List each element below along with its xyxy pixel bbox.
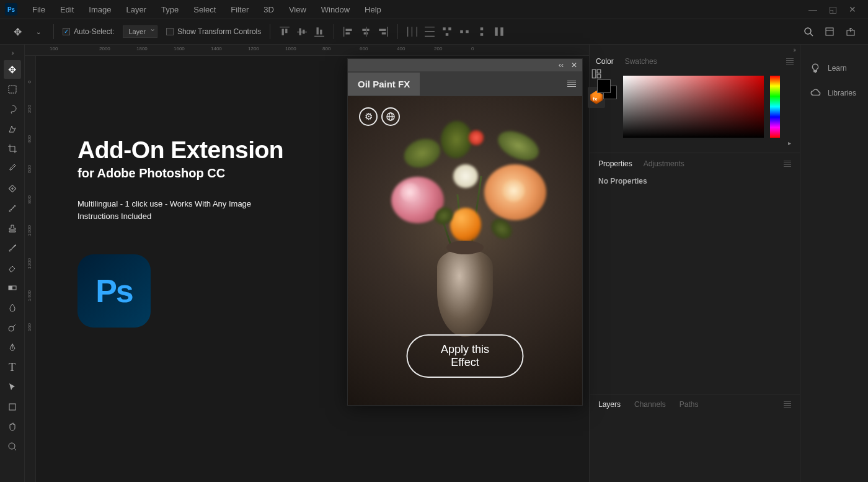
menu-file[interactable]: File: [25, 5, 53, 14]
eraser-tool[interactable]: [4, 259, 21, 277]
tab-paths[interactable]: Paths: [680, 400, 699, 409]
menu-window[interactable]: Window: [314, 5, 357, 14]
distribute-3-icon[interactable]: [441, 26, 453, 37]
no-properties-label: No Properties: [598, 177, 791, 185]
tab-adjustments[interactable]: Adjustments: [644, 159, 684, 168]
layers-panel: Layers Channels Paths: [590, 395, 800, 414]
panel-collapse-icon[interactable]: ››: [590, 45, 800, 53]
stamp-tool[interactable]: [4, 219, 21, 238]
search-icon[interactable]: [802, 25, 815, 38]
show-transform-checkbox[interactable]: Show Transform Controls: [166, 27, 261, 36]
show-transform-label: Show Transform Controls: [177, 27, 261, 36]
ruler-tick: 100: [50, 46, 58, 51]
lasso-tool[interactable]: [4, 100, 21, 118]
ruler-tick: 400: [397, 46, 405, 51]
type-tool[interactable]: T: [4, 358, 21, 377]
history-brush-tool[interactable]: [4, 239, 21, 257]
align-left-icon[interactable]: [343, 26, 354, 37]
menu-help[interactable]: Help: [357, 5, 389, 14]
ruler-horizontal[interactable]: 100 2000 1800 1600 1400 1200 1000 800 60…: [25, 45, 589, 56]
distribute-5-icon[interactable]: [476, 26, 487, 37]
auto-select-checkbox[interactable]: Auto-Select:: [63, 27, 114, 36]
svg-rect-8: [9, 286, 12, 290]
ruler-tick: 1600: [174, 46, 185, 51]
libraries-panel-button[interactable]: Libraries: [800, 81, 868, 105]
menu-image[interactable]: Image: [81, 5, 118, 14]
color-field[interactable]: [623, 76, 764, 138]
chevron-down-icon[interactable]: ⌄: [32, 25, 45, 38]
panel-menu-icon[interactable]: [784, 161, 791, 167]
menu-edit[interactable]: Edit: [53, 5, 81, 14]
share-icon[interactable]: [844, 25, 857, 38]
crop-tool[interactable]: [4, 140, 21, 158]
menu-layer[interactable]: Layer: [119, 5, 154, 14]
quick-select-tool[interactable]: [4, 120, 21, 138]
align-group-1: [279, 26, 325, 37]
shape-tool[interactable]: [4, 398, 21, 416]
gradient-tool[interactable]: [4, 279, 21, 297]
move-tool[interactable]: ✥: [4, 60, 21, 79]
panel-menu-icon[interactable]: [784, 401, 791, 408]
eyedropper-tool[interactable]: [4, 159, 21, 178]
menu-3d[interactable]: 3D: [256, 5, 281, 14]
minimize-icon[interactable]: —: [808, 5, 817, 14]
menu-select[interactable]: Select: [186, 5, 223, 14]
tab-swatches[interactable]: Swatches: [625, 57, 657, 66]
distribute-h-icon[interactable]: [407, 26, 418, 37]
align-top-icon[interactable]: [279, 26, 290, 37]
svg-line-12: [14, 449, 16, 450]
layer-select-dropdown[interactable]: Layer: [123, 25, 157, 38]
tab-properties[interactable]: Properties: [598, 159, 632, 168]
properties-panel: Properties Adjustments No Properties: [590, 153, 800, 395]
align-vcenter-icon[interactable]: [296, 26, 308, 37]
hero-desc-line2: Instructions Included: [78, 210, 283, 223]
globe-icon[interactable]: [381, 107, 400, 126]
tab-layers[interactable]: Layers: [598, 400, 621, 409]
panel-menu-icon[interactable]: [567, 81, 576, 87]
distribute-v-icon[interactable]: [424, 26, 435, 37]
panel-close-icon[interactable]: ✕: [571, 61, 577, 69]
learn-label: Learn: [828, 64, 847, 73]
marquee-tool[interactable]: [4, 80, 21, 99]
path-select-tool[interactable]: [4, 378, 21, 396]
menu-view[interactable]: View: [281, 5, 314, 14]
close-icon[interactable]: ✕: [848, 5, 857, 14]
blur-tool[interactable]: [4, 298, 21, 317]
apply-effect-button[interactable]: Apply this Effect: [407, 334, 524, 378]
svg-point-9: [9, 326, 14, 331]
distribute-4-icon[interactable]: [459, 26, 470, 37]
pen-tool[interactable]: [4, 338, 21, 357]
panel-menu-icon[interactable]: [786, 58, 794, 65]
hero-subtitle: for Adobe Photoshop CC: [78, 166, 283, 181]
ruler-tick: 1400: [211, 46, 222, 51]
hand-tool[interactable]: [4, 417, 21, 436]
menu-filter[interactable]: Filter: [223, 5, 256, 14]
foreground-background-swatch[interactable]: [597, 79, 617, 99]
menu-type[interactable]: Type: [154, 5, 186, 14]
panel-collapse-icon[interactable]: ‹‹: [559, 61, 564, 69]
collapse-grip-icon[interactable]: ››: [11, 50, 13, 56]
divider: [270, 24, 270, 39]
hue-slider[interactable]: [770, 76, 780, 138]
dodge-tool[interactable]: [4, 318, 21, 337]
color-expand-icon[interactable]: ▸: [786, 76, 792, 146]
zoom-tool[interactable]: [4, 437, 21, 456]
photoshop-logo-text: Ps: [95, 272, 133, 310]
distribute-6-icon[interactable]: [494, 26, 505, 37]
learn-panel-button[interactable]: Learn: [800, 56, 868, 81]
healing-tool[interactable]: [4, 179, 21, 198]
app-logo[interactable]: Ps: [5, 3, 17, 16]
extension-title-tab[interactable]: Oil Paint FX: [348, 73, 420, 96]
settings-icon[interactable]: ⚙: [359, 107, 378, 126]
divider: [53, 24, 54, 39]
maximize-icon[interactable]: ◱: [828, 5, 837, 14]
menu-bar: Ps File Edit Image Layer Type Select Fil…: [0, 0, 868, 19]
align-hcenter-icon[interactable]: [360, 26, 371, 37]
brush-tool[interactable]: [4, 199, 21, 218]
align-bottom-icon[interactable]: [314, 26, 325, 37]
arrange-docs-icon[interactable]: [823, 25, 836, 38]
auto-select-label: Auto-Select:: [74, 27, 114, 36]
move-tool-icon[interactable]: ✥: [11, 25, 24, 38]
tab-channels[interactable]: Channels: [634, 400, 666, 409]
align-right-icon[interactable]: [378, 26, 389, 37]
